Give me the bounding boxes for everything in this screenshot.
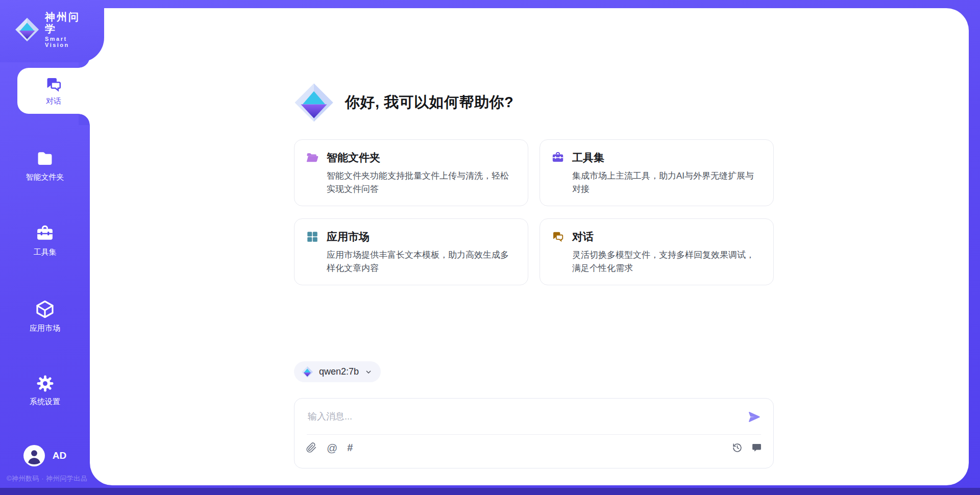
folder-open-icon [306, 151, 319, 164]
toolbox-icon [35, 224, 55, 243]
send-icon[interactable] [748, 410, 761, 424]
sidebar-item-smart-folder[interactable]: 智能文件夹 [0, 149, 90, 182]
model-selector[interactable]: qwen2:7b [294, 361, 381, 382]
brand-name: 神州问学 [45, 11, 90, 35]
sidebar-item-label: 应用市场 [30, 324, 60, 333]
card-app-market[interactable]: 应用市场 应用市场提供丰富长文本模板，助力高效生成多样化文章内容 [294, 218, 528, 285]
sidebar-item-toolbox[interactable]: 工具集 [0, 224, 90, 257]
history-icon[interactable] [732, 442, 743, 453]
sidebar-item-label: 智能文件夹 [26, 172, 64, 182]
card-description: 智能文件夹功能支持批量文件上传与清洗，轻松实现文件问答 [327, 169, 516, 196]
card-description: 集成市场上主流工具，助力AI与外界无缝扩展与对接 [572, 169, 761, 196]
brand: 神州问学 Smart Vision [14, 11, 90, 48]
card-description: 灵活切换多模型文件，支持多样回复效果调试，满足个性化需求 [572, 249, 761, 275]
message-composer: @ # [294, 398, 774, 468]
feature-cards: 智能文件夹 智能文件夹功能支持批量文件上传与清洗，轻松实现文件问答 工具集 集成… [294, 139, 774, 285]
toolbox-icon [551, 151, 565, 164]
chat-icon [44, 76, 63, 94]
topic-icon[interactable]: # [347, 442, 353, 453]
greeting: 你好, 我可以如何帮助你? [293, 82, 513, 123]
assistant-logo-icon [293, 82, 335, 123]
app-window: 神州问学 Smart Vision 对话 智能文件夹 [0, 0, 980, 495]
chat-icon [551, 230, 565, 243]
attach-icon[interactable] [306, 442, 317, 453]
card-smart-folder[interactable]: 智能文件夹 智能文件夹功能支持批量文件上传与清洗，轻松实现文件问答 [294, 139, 528, 206]
sidebar-item-label: 系统设置 [30, 397, 60, 407]
sidebar: 神州问学 Smart Vision 对话 智能文件夹 [0, 0, 90, 495]
folder-icon [35, 149, 55, 168]
gear-icon [36, 374, 55, 393]
card-title: 智能文件夹 [327, 151, 380, 165]
model-name: qwen2:7b [319, 366, 359, 377]
sidebar-item-label: 对话 [46, 96, 61, 106]
model-logo-icon [301, 366, 313, 378]
greeting-text: 你好, 我可以如何帮助你? [345, 92, 513, 113]
grid-icon [306, 230, 319, 243]
sidebar-footer-credit: ©神州数码 · 神州问学出品 [7, 474, 87, 483]
mention-icon[interactable]: @ [327, 442, 337, 453]
card-title: 应用市场 [327, 230, 370, 244]
sidebar-item-chat[interactable]: 对话 [17, 68, 90, 114]
brand-subtitle: Smart Vision [45, 36, 90, 48]
user-account[interactable]: AD [0, 445, 90, 466]
bottom-accent-strip [0, 488, 980, 495]
card-title: 工具集 [572, 151, 604, 165]
sidebar-item-app-market[interactable]: 应用市场 [0, 299, 90, 333]
message-input[interactable] [307, 411, 741, 423]
brand-logo-icon [14, 17, 40, 42]
feedback-chat-icon[interactable] [751, 442, 762, 453]
card-description: 应用市场提供丰富长文本模板，助力高效生成多样化文章内容 [327, 249, 516, 275]
chevron-down-icon [364, 368, 373, 376]
card-chat[interactable]: 对话 灵活切换多模型文件，支持多样回复效果调试，满足个性化需求 [540, 218, 774, 285]
card-title: 对话 [572, 230, 594, 244]
card-toolbox[interactable]: 工具集 集成市场上主流工具，助力AI与外界无缝扩展与对接 [540, 139, 774, 206]
sidebar-item-label: 工具集 [34, 247, 57, 257]
user-initials: AD [53, 450, 66, 461]
cube-icon [35, 299, 55, 319]
avatar [23, 445, 45, 466]
sidebar-item-settings[interactable]: 系统设置 [0, 374, 90, 407]
